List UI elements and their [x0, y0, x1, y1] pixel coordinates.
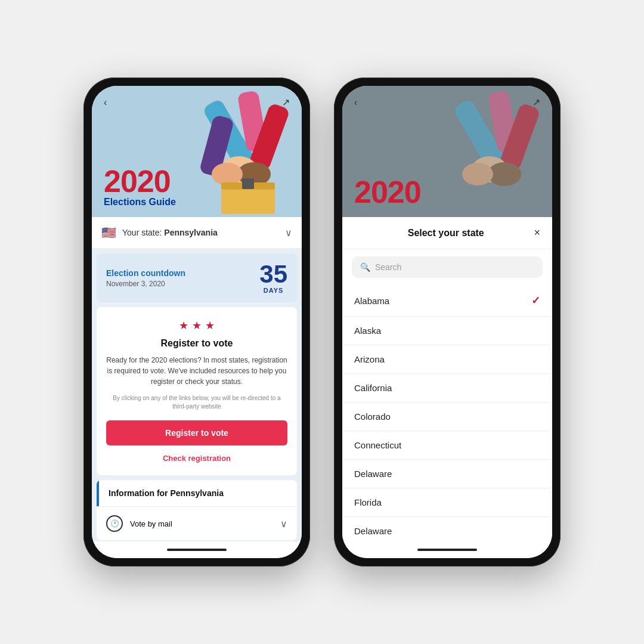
state-name-california: California — [354, 383, 392, 393]
register-button[interactable]: Register to vote — [106, 420, 287, 445]
banner-2: ‹ ↗ 2020 — [342, 86, 552, 217]
star-3: ★ — [205, 319, 215, 332]
state-name-alaska: Alaska — [354, 326, 381, 336]
vote-by-mail-item[interactable]: 🕐 Vote by mail ∨ — [97, 506, 297, 540]
state-item-florida[interactable]: Florida — [342, 488, 552, 517]
vote-by-mail-label: Vote by mail — [130, 519, 273, 528]
state-item-connecticut[interactable]: Connecticut — [342, 431, 552, 460]
state-item-delaware[interactable]: Delaware — [342, 460, 552, 488]
star-1: ★ — [179, 319, 188, 332]
check-icon-alabama: ✓ — [531, 294, 540, 307]
search-placeholder: Search — [375, 262, 401, 272]
countdown-days: DAYS — [259, 287, 287, 294]
countdown-number: 35 — [259, 262, 287, 287]
share-icon-1[interactable]: ↗ — [282, 97, 290, 108]
back-icon-2[interactable]: ‹ — [354, 97, 357, 108]
home-indicator-1 — [92, 541, 302, 558]
state-item-colorado[interactable]: Colorado — [342, 402, 552, 431]
register-section: ★ ★ ★ Register to vote Ready for the 202… — [97, 307, 297, 475]
state-modal: ‹ Select your state × 🔍 Search Alabama ✓… — [342, 217, 552, 558]
chevron-down-icon: ∨ — [285, 227, 292, 239]
states-list: Alabama ✓ Alaska Arizona California Colo… — [342, 285, 552, 541]
phone-1: ‹ ↗ 2020 Elections Guide — [83, 78, 310, 566]
state-item-delaware2[interactable]: Delaware — [342, 517, 552, 541]
home-bar-1 — [167, 549, 227, 551]
year-label: 2020 — [104, 166, 176, 197]
state-name-arizona: Arizona — [354, 354, 385, 364]
info-header: Information for Pennsylvania — [97, 480, 297, 506]
phone1-scroll: 🇺🇸 Your state: Pennsylvania ∨ Election c… — [92, 217, 302, 541]
countdown-card: Election countdown November 3, 2020 35 D… — [97, 253, 297, 302]
state-name-delaware2: Delaware — [354, 526, 392, 536]
year-label-2: 2020 — [354, 177, 421, 208]
countdown-label: Election countdown — [106, 268, 185, 278]
state-text: Your state: Pennsylvania — [122, 228, 279, 237]
modal-header: ‹ Select your state × — [342, 217, 552, 249]
flag-icon: 🇺🇸 — [101, 225, 116, 240]
state-name-florida: Florida — [354, 497, 382, 507]
check-registration-link[interactable]: Check registration — [163, 454, 231, 463]
countdown-date: November 3, 2020 — [106, 280, 185, 288]
search-icon: 🔍 — [360, 262, 370, 272]
state-item-alabama[interactable]: Alabama ✓ — [342, 285, 552, 317]
state-name-alabama: Alabama — [354, 296, 389, 306]
elections-guide-label: Elections Guide — [104, 197, 176, 208]
modal-title: Select your state — [358, 228, 534, 239]
state-name-delaware: Delaware — [354, 469, 392, 479]
search-bar[interactable]: 🔍 Search — [352, 256, 543, 278]
back-icon-1[interactable]: ‹ — [104, 97, 107, 108]
state-item-california[interactable]: California — [342, 374, 552, 402]
register-description: Ready for the 2020 elections? In most st… — [106, 355, 287, 387]
share-icon-2[interactable]: ↗ — [532, 97, 540, 108]
svg-point-15 — [462, 163, 493, 185]
modal-close-button[interactable]: × — [534, 227, 540, 239]
register-disclaimer: By clicking on any of the links below, y… — [106, 394, 287, 411]
state-selector[interactable]: 🇺🇸 Your state: Pennsylvania ∨ — [92, 217, 302, 249]
stars-row: ★ ★ ★ — [106, 319, 287, 332]
phone-2: ‹ ↗ 2020 ‹ Select your state × — [334, 78, 561, 566]
state-name-connecticut: Connecticut — [354, 440, 401, 450]
clock-icon: 🕐 — [106, 515, 123, 532]
state-item-arizona[interactable]: Arizona — [342, 345, 552, 374]
svg-rect-9 — [242, 178, 254, 189]
state-name-colorado: Colorado — [354, 411, 391, 422]
info-section: Information for Pennsylvania 🕐 Vote by m… — [97, 480, 297, 540]
svg-point-6 — [212, 163, 243, 185]
register-title: Register to vote — [106, 338, 287, 349]
expand-icon: ∨ — [280, 518, 287, 530]
home-bar-2 — [417, 549, 477, 551]
home-indicator-2 — [342, 541, 552, 558]
state-item-alaska[interactable]: Alaska — [342, 317, 552, 345]
star-2: ★ — [192, 319, 202, 332]
banner-1: ‹ ↗ 2020 Elections Guide — [92, 86, 302, 217]
